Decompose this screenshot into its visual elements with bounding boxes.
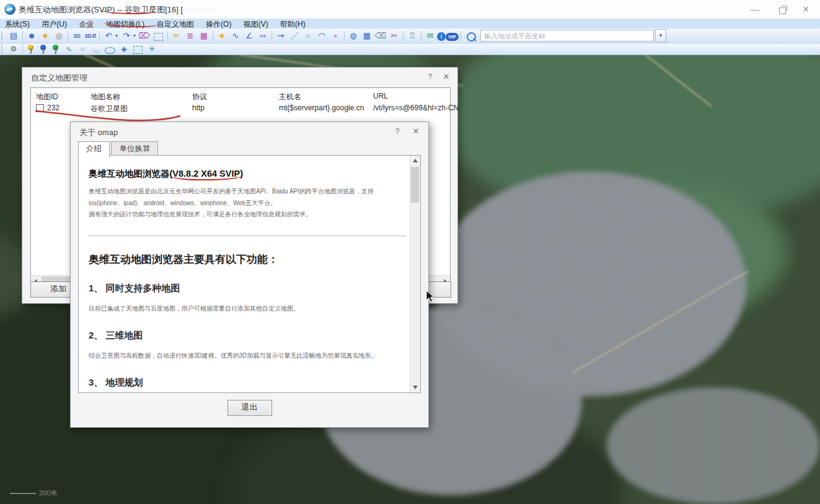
curve-icon[interactable]: ∾ xyxy=(257,30,269,42)
column-header-map-id[interactable]: 地图ID xyxy=(36,92,58,102)
diamond-icon[interactable]: ◈ xyxy=(118,44,130,54)
messages-icon[interactable]: ✉ xyxy=(424,30,436,42)
cell-protocol[interactable]: http xyxy=(192,104,205,112)
draw-dot-icon[interactable]: ∘ xyxy=(329,30,342,42)
close-button[interactable]: ✕ xyxy=(795,2,816,16)
ruler-icon[interactable]: ≣ xyxy=(184,30,196,42)
toolbar-separator xyxy=(271,31,272,41)
help-button[interactable]: ? xyxy=(424,71,436,82)
pencil-icon[interactable]: ✏ xyxy=(170,30,183,42)
feature-1-title: 1、 同时支持多种地图 xyxy=(89,283,406,294)
yellow-pin-icon[interactable] xyxy=(27,45,35,55)
about-tabs: 介绍 单位换算 xyxy=(78,141,157,155)
scroll-down-icon[interactable] xyxy=(410,382,420,392)
cell-map-id[interactable]: 232 xyxy=(47,104,60,112)
image-viewer-icon[interactable]: ▦ xyxy=(198,30,210,42)
redo-dropdown-icon[interactable]: ▾ xyxy=(132,30,137,42)
scissors-icon[interactable]: ✂ xyxy=(388,30,400,42)
help-button[interactable]: ? xyxy=(391,126,403,137)
app-name: 奥维互动地图浏览器 xyxy=(89,169,170,179)
window-title: 奥维互动地图浏览器(SVIP) -- 谷歌卫星图[16] [·········· xyxy=(19,4,216,15)
delete-trash-icon[interactable]: ⌦ xyxy=(138,30,151,42)
map-tiles-icon[interactable]: ▦ xyxy=(361,30,373,42)
green-pin-icon[interactable] xyxy=(52,45,60,55)
info-icon[interactable]: i xyxy=(437,32,446,41)
column-header-protocol[interactable]: 协议 xyxy=(192,92,207,102)
column-header-url[interactable]: URL xyxy=(373,92,388,100)
wave-line-icon[interactable]: ∿ xyxy=(63,44,75,54)
main-toolbar: ▤ ☻ ★ ◎ 3D 3D⇵ ↶ ▾ ↷ ▾ ⌦ ✏ ≣ ▦ ★ ∿ ∠ ∾ ⇝… xyxy=(0,29,820,43)
dialog-close-button[interactable]: ✕ xyxy=(440,71,452,82)
toolbar-separator xyxy=(421,31,421,41)
toolbar-separator xyxy=(22,31,23,41)
burst-icon[interactable]: ✳ xyxy=(146,44,158,54)
scale-label: 200米 xyxy=(39,489,57,497)
column-header-map-name[interactable]: 地图名称 xyxy=(90,92,120,102)
restore-button[interactable] xyxy=(772,2,793,16)
track-points-icon[interactable]: ⋰ xyxy=(288,30,301,42)
map-scale: 200米 xyxy=(10,489,57,498)
undo-icon[interactable]: ↶ xyxy=(102,30,115,42)
user-icon[interactable]: ☻ xyxy=(25,30,38,42)
about-dialog: 关于 omap ? ✕ 介绍 单位换算 奥维互动地图浏览器(V8.8.2 X64… xyxy=(70,122,429,428)
scroll-up-icon[interactable] xyxy=(410,156,420,166)
features-heading: 奥维互动地图浏览器主要具有以下功能： xyxy=(89,252,406,267)
toolbar-grip[interactable] xyxy=(1,32,6,40)
vip-icon[interactable]: VIP xyxy=(446,33,459,41)
app-logo-icon xyxy=(4,4,15,15)
blue-pin-icon[interactable] xyxy=(40,45,47,55)
arc-icon[interactable]: ◡ xyxy=(90,44,102,54)
about-paragraph-2: 拥有强大的设计功能与地理信息展现技术，可满足各行各业地理信息规划的需求。 xyxy=(89,209,406,221)
binoculars-icon[interactable]: ◎ xyxy=(53,30,65,42)
cell-url[interactable]: /vt/lyrs=s@699&hl=zh-CN. xyxy=(373,104,461,112)
column-header-host[interactable]: 主机名 xyxy=(279,92,301,102)
signal-tower-icon[interactable]: ♖ xyxy=(406,30,418,42)
toolbar-grip[interactable] xyxy=(1,45,6,53)
save-icon[interactable]: ▤ xyxy=(7,30,20,42)
globe-icon[interactable]: ◍ xyxy=(347,30,359,42)
tab-introduction[interactable]: 介绍 xyxy=(78,141,110,157)
route-icon[interactable]: ⇝ xyxy=(275,30,287,42)
eraser-icon[interactable]: ⌫ xyxy=(374,30,387,42)
toolbar-separator xyxy=(403,31,403,41)
toolbar-separator xyxy=(344,31,345,41)
star-marker-icon[interactable]: ★ xyxy=(216,30,228,42)
about-text: 奥维互动地图浏览器(V8.8.2 X64 SVIP) 奥维互动地图浏览器是由北京… xyxy=(79,156,410,392)
exit-button[interactable]: 退出 xyxy=(227,400,272,416)
search-icon[interactable] xyxy=(467,32,476,42)
search-input[interactable] xyxy=(480,30,654,42)
feature-1-desc: 目前已集成了天地图与百度地图，用户可根据需要自行添加其他自定义地图。 xyxy=(89,303,406,314)
about-paragraph-1: 奥维互动地图浏览器是由北京元生华网公司开发的基于天地图API、Baidu API… xyxy=(89,186,406,209)
feature-2-title: 2、 三维地图 xyxy=(89,330,406,342)
menu-bar: 系统(S) 用户(U) 企业 地图切换(L) 自定义地图 操作(O) 视图(V)… xyxy=(0,19,820,29)
scale-bar-icon xyxy=(10,493,36,494)
view-3d-icon[interactable]: 3D xyxy=(71,30,83,42)
draw-circle-icon[interactable]: ○ xyxy=(302,30,314,42)
row-checkbox[interactable] xyxy=(36,104,44,112)
undo-dropdown-icon[interactable]: ▾ xyxy=(114,30,119,42)
angle-icon[interactable]: ∠ xyxy=(243,30,255,42)
circle-outline-icon[interactable]: ○ xyxy=(76,44,89,54)
search-dropdown-icon[interactable]: ▼ xyxy=(655,29,666,42)
cell-map-name[interactable]: 谷歌卫星图 xyxy=(90,104,128,114)
minimize-button[interactable]: — xyxy=(744,2,765,16)
title-prefix: 奥维互动地图浏览器(SVIP) -- xyxy=(19,5,125,14)
polyline-icon[interactable]: ∿ xyxy=(229,30,242,42)
view-2d3d-toggle-icon[interactable]: 3D⇵ xyxy=(84,30,97,42)
toolbar-separator xyxy=(213,31,213,41)
ellipse-icon[interactable] xyxy=(105,47,115,54)
toolbar-separator xyxy=(99,31,100,41)
dialog-title: 关于 omap xyxy=(79,127,118,138)
toolbar-separator xyxy=(22,44,23,54)
draw-arc-icon[interactable]: ◠ xyxy=(315,30,328,42)
redo-icon[interactable]: ↷ xyxy=(120,30,133,42)
favorites-star-icon[interactable]: ★ xyxy=(39,30,51,42)
title-map-name: 谷歌卫星图[16] xyxy=(125,5,179,14)
cell-host[interactable]: mt{$serverpart}.google.cn xyxy=(279,104,364,112)
region-select-icon[interactable] xyxy=(133,46,143,54)
settings-gear-icon[interactable]: ⚙ xyxy=(7,44,20,54)
select-rect-icon[interactable] xyxy=(154,33,163,41)
vertical-scrollbar[interactable] xyxy=(410,156,420,392)
scroll-thumb[interactable] xyxy=(411,167,419,203)
dialog-close-button[interactable]: ✕ xyxy=(410,126,422,137)
